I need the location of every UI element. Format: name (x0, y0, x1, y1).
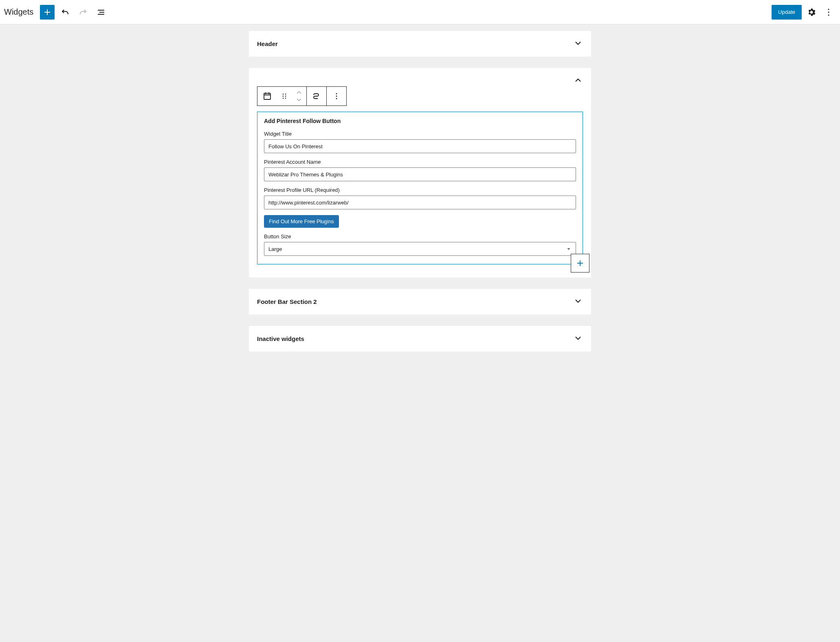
pinterest-follow-widget-block: Add Pinterest Follow Button Widget Title… (257, 112, 583, 264)
svg-point-2 (828, 14, 829, 15)
panel-toggle-inactive[interactable]: Inactive widgets (249, 326, 591, 352)
panel-toggle-expanded[interactable] (249, 68, 591, 86)
label-widget-title: Widget Title (264, 131, 576, 137)
field-widget-title: Widget Title (264, 131, 576, 153)
svg-point-1 (828, 11, 829, 13)
panel-title: Inactive widgets (257, 335, 304, 342)
settings-button[interactable] (804, 5, 819, 20)
panel-title: Header (257, 40, 278, 47)
options-button[interactable] (821, 5, 836, 20)
field-profile-url: Pinterest Profile URL (Required) (264, 187, 576, 209)
widget-area-inactive: Inactive widgets (249, 326, 591, 352)
svg-point-5 (285, 94, 286, 95)
plus-icon (42, 7, 52, 17)
redo-icon (78, 7, 88, 17)
svg-point-6 (283, 96, 284, 97)
chevron-down-icon (573, 296, 583, 307)
block-toolbar (257, 86, 347, 106)
svg-point-11 (336, 96, 337, 97)
input-account-name[interactable] (264, 167, 576, 181)
field-account-name: Pinterest Account Name (264, 159, 576, 181)
input-profile-url[interactable] (264, 196, 576, 209)
svg-rect-3 (264, 93, 270, 99)
block-options-button[interactable] (327, 87, 346, 106)
drag-icon (279, 91, 289, 101)
widget-areas: Header (249, 24, 591, 379)
select-button-size[interactable]: Large (264, 242, 576, 256)
move-to-icon (312, 91, 321, 101)
move-down-button[interactable] (292, 96, 306, 103)
update-button[interactable]: Update (772, 5, 802, 20)
redo-button[interactable] (76, 5, 90, 20)
label-profile-url: Pinterest Profile URL (Required) (264, 187, 576, 193)
chevron-down-icon (573, 333, 583, 344)
undo-button[interactable] (58, 5, 73, 20)
top-bar-right: Update (772, 5, 836, 20)
block-mover (292, 87, 306, 106)
field-button-size: Button Size Large (264, 233, 576, 256)
top-bar-left: Widgets (4, 5, 108, 20)
panel-title: Footer Bar Section 2 (257, 298, 317, 305)
widget-area-expanded: Add Pinterest Follow Button Widget Title… (249, 68, 591, 277)
widget-area-footer-bar-2: Footer Bar Section 2 (249, 289, 591, 314)
chevron-down-icon (295, 96, 303, 103)
svg-point-10 (336, 93, 337, 95)
more-plugins-button[interactable]: Find Out More Free Plugins (264, 215, 339, 228)
plus-icon (575, 258, 585, 268)
input-widget-title[interactable] (264, 139, 576, 153)
chevron-up-icon (295, 89, 303, 96)
chevron-down-icon (573, 38, 583, 49)
label-account-name: Pinterest Account Name (264, 159, 576, 165)
svg-point-4 (283, 94, 284, 95)
add-block-toggle[interactable] (40, 5, 55, 20)
svg-point-12 (336, 98, 337, 99)
svg-point-8 (283, 98, 284, 99)
page-title: Widgets (4, 7, 37, 17)
widget-block-title: Add Pinterest Follow Button (264, 118, 576, 124)
panel-toggle-header[interactable]: Header (249, 31, 591, 57)
undo-icon (60, 7, 70, 17)
more-vertical-icon (332, 91, 341, 101)
svg-point-7 (285, 96, 286, 97)
list-view-button[interactable] (94, 5, 108, 20)
svg-point-0 (828, 9, 829, 10)
label-button-size: Button Size (264, 233, 576, 240)
more-vertical-icon (824, 7, 833, 17)
gear-icon (807, 7, 816, 17)
chevron-up-icon (573, 75, 583, 86)
svg-point-9 (285, 98, 286, 99)
move-up-button[interactable] (292, 89, 306, 96)
add-block-inline-button[interactable] (571, 254, 589, 273)
panel-toggle-footer[interactable]: Footer Bar Section 2 (249, 289, 591, 314)
editor-top-bar: Widgets Update (0, 0, 840, 24)
widget-area-header: Header (249, 31, 591, 57)
move-to-button[interactable] (307, 87, 326, 106)
block-type-button[interactable] (257, 87, 277, 106)
list-view-icon (96, 7, 106, 17)
calendar-icon (262, 91, 272, 101)
drag-handle[interactable] (277, 87, 292, 106)
panel-body: Add Pinterest Follow Button Widget Title… (249, 86, 591, 277)
